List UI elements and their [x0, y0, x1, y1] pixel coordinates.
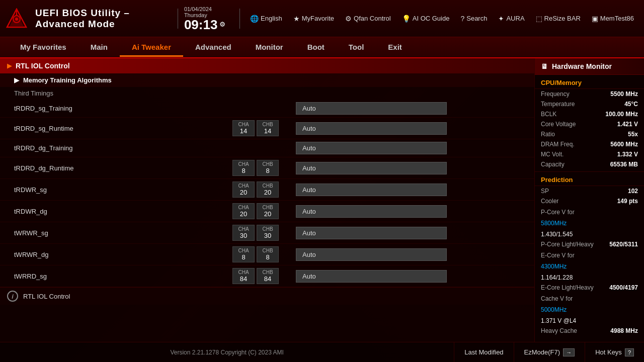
ecore-volt-val: 1.164/1.228: [541, 274, 573, 281]
setting-value-twrwr-sg: Auto: [296, 227, 520, 239]
table-row[interactable]: tRDWR_sg CHA 20 CHB 20 Auto: [0, 179, 534, 201]
mc-volt-row: MC Volt. 1.332 V: [535, 149, 644, 159]
tab-boot[interactable]: Boot: [295, 39, 337, 57]
mc-volt-label: MC Volt.: [541, 151, 564, 158]
temp-row: Temperature 45°C: [535, 99, 644, 109]
bclk-label: BCLK: [541, 111, 556, 118]
value-box[interactable]: Auto: [296, 122, 447, 135]
tab-tool[interactable]: Tool: [337, 39, 376, 57]
channel-chb-box: CHB 14: [257, 120, 279, 136]
nav-resizebar[interactable]: ⬚ ReSize BAR: [532, 13, 585, 25]
tab-exit[interactable]: Exit: [376, 39, 414, 57]
table-row[interactable]: tRDWR_dg CHA 20 CHB 20 Auto: [0, 201, 534, 222]
nav-memtest[interactable]: ▣ MemTest86: [588, 13, 638, 25]
tab-my-favorites[interactable]: My Favorites: [8, 39, 78, 57]
channel-chb-box: CHB 20: [257, 203, 279, 219]
settings-icon[interactable]: ⚙: [219, 21, 225, 28]
heavy-cache-value: 4988 MHz: [610, 327, 638, 334]
nav-search[interactable]: ? Search: [456, 13, 491, 25]
value-box[interactable]: Auto: [296, 142, 447, 154]
channel-cha-box: CHA 8: [232, 160, 255, 176]
table-row[interactable]: tRDRD_dg_Runtime CHA 8 CHB 8 Auto: [0, 157, 534, 179]
ecore-lh-value: 4500/4197: [609, 284, 638, 291]
tab-monitor[interactable]: Monitor: [244, 39, 295, 57]
footer-version: Version 2.21.1278 Copyright (C) 2023 AMI: [0, 349, 454, 356]
channel-chb-box: CHB 8: [257, 160, 279, 176]
value-box[interactable]: Auto: [296, 184, 447, 196]
pcore-lh-value: 5620/5311: [609, 241, 638, 248]
rog-logo-icon: [6, 8, 27, 29]
section-mem-label: Memory Training Algorithms: [23, 76, 112, 84]
last-modified-button[interactable]: Last Modified: [454, 342, 513, 363]
setting-value-trdwr-dg: Auto: [296, 205, 520, 218]
value-box[interactable]: Auto: [296, 227, 447, 239]
freq-label: Frequency: [541, 90, 570, 98]
prediction-title: Prediction: [535, 171, 644, 186]
chb-label: CHB: [260, 269, 275, 275]
tab-advanced[interactable]: Advanced: [183, 39, 244, 57]
section-mem-training[interactable]: ▶ Memory Training Algorithms: [0, 73, 534, 87]
table-row[interactable]: tRDRD_dg_Training Auto: [0, 139, 534, 157]
channel-values-7: CHA 8 CHB 8: [215, 246, 296, 262]
nav-aioc[interactable]: 💡 AI OC Guide: [398, 13, 454, 25]
value-box[interactable]: Auto: [296, 270, 447, 283]
section-rtl-iol[interactable]: ▶ RTL IOL Control: [0, 58, 534, 73]
table-row[interactable]: tRDRD_sg_Runtime CHA 14 CHB 14 Auto: [0, 118, 534, 139]
table-row[interactable]: tWRRD_sg CHA 84 CHB 84 Auto: [0, 265, 534, 287]
star-icon: ★: [293, 15, 300, 23]
ratio-value: 55x: [628, 131, 638, 138]
chb-label: CHB: [260, 183, 275, 189]
hardware-monitor-title: 🖥 Hardware Monitor: [535, 58, 644, 75]
setting-name-trdrd-sg-training: tRDRD_sg_Training: [14, 105, 215, 112]
tab-main[interactable]: Main: [78, 39, 120, 57]
dram-freq-value: 5600 MHz: [610, 141, 638, 148]
header-date: 01/04/2024 Thursday: [184, 6, 226, 18]
table-row[interactable]: tWRWR_sg CHA 30 CHB 30 Auto: [0, 222, 534, 244]
resizebar-icon: ⬚: [536, 15, 542, 23]
cha-value: 30: [236, 232, 251, 239]
sp-row: SP 102: [535, 186, 644, 196]
table-row[interactable]: tWRWR_dg CHA 8 CHB 8 Auto: [0, 244, 534, 265]
pcore-freq-val: 5800MHz: [541, 220, 567, 227]
nav-aura[interactable]: ✦ AURA: [494, 13, 528, 25]
pcore-lh-row: P-Core Light/Heavy 5620/5311: [535, 239, 644, 249]
nav-myfavorite[interactable]: ★ MyFavorite: [289, 13, 338, 25]
svg-point-3: [15, 18, 18, 21]
hotkeys-button[interactable]: Hot Keys ?: [585, 342, 644, 363]
cha-label: CHA: [236, 205, 251, 210]
chb-value: 8: [260, 167, 275, 174]
header-divider-1: [178, 9, 178, 29]
ezmode-label: EzMode(F7): [524, 348, 560, 356]
value-box[interactable]: Auto: [296, 205, 447, 218]
setting-value-trdrd-sg-training: Auto: [296, 102, 520, 115]
setting-value-trdrd-sg-runtime: Auto: [296, 122, 520, 135]
tab-ai-tweaker[interactable]: Ai Tweaker: [120, 39, 183, 57]
cha-value: 8: [236, 253, 251, 261]
ratio-label: Ratio: [541, 131, 555, 138]
value-box[interactable]: Auto: [296, 102, 447, 115]
setting-name-trdrd-dg-training: tRDRD_dg_Training: [14, 144, 215, 152]
pcore-volt-val: 1.430/1.545: [541, 231, 573, 238]
cache-freq-row: Cache V for: [535, 293, 644, 304]
cha-label: CHA: [236, 226, 251, 232]
nav-qfan[interactable]: ⚙ Qfan Control: [341, 13, 395, 25]
guide-icon: 💡: [402, 15, 411, 23]
channel-chb-box: CHB 84: [257, 268, 279, 284]
setting-value-twrwr-dg: Auto: [296, 248, 520, 261]
freq-value: 5500 MHz: [610, 90, 638, 98]
nav-english[interactable]: 🌐 English: [246, 13, 286, 25]
temp-value: 45°C: [624, 101, 638, 108]
table-row[interactable]: tRDRD_sg_Training Auto: [0, 100, 534, 118]
nav-qfan-label: Qfan Control: [354, 15, 391, 22]
value-box[interactable]: Auto: [296, 162, 447, 174]
ezmode-button[interactable]: EzMode(F7) →: [514, 342, 585, 363]
cha-value: 20: [236, 210, 251, 218]
channel-chb-box: CHB 30: [257, 225, 279, 241]
core-volt-row: Core Voltage 1.421 V: [535, 119, 644, 129]
pcore-freq-label: P-Core V for: [541, 209, 575, 216]
channel-cha-box: CHA 30: [232, 225, 255, 241]
nav-aura-label: AURA: [506, 15, 524, 22]
value-box[interactable]: Auto: [296, 248, 447, 261]
cha-value: 84: [236, 275, 251, 283]
channel-cha-box: CHA 84: [232, 268, 255, 284]
